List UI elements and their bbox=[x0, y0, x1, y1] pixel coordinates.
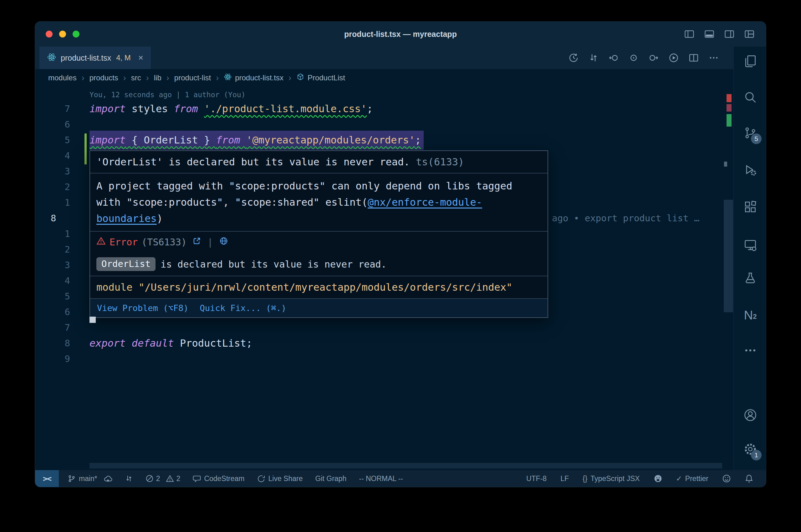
search-icon[interactable] bbox=[743, 90, 757, 104]
code-token bbox=[240, 134, 246, 146]
breadcrumb-products[interactable]: products bbox=[90, 73, 118, 82]
open-changes-icon[interactable] bbox=[628, 53, 639, 63]
breadcrumb-symbol[interactable]: ProductList bbox=[296, 73, 345, 83]
run-icon[interactable] bbox=[668, 53, 679, 63]
toggle-secondary-sidebar-icon[interactable] bbox=[724, 29, 735, 39]
prettier-item[interactable]: ✓ Prettier bbox=[676, 474, 708, 483]
toggle-panel-icon[interactable] bbox=[704, 29, 715, 39]
account-icon[interactable] bbox=[743, 408, 757, 422]
notifications-bell-icon[interactable] bbox=[745, 474, 753, 483]
code-line[interactable]: 9 bbox=[35, 351, 733, 367]
overview-ruler[interactable] bbox=[723, 87, 733, 470]
line-number-gutter[interactable]: 5 bbox=[35, 288, 90, 304]
breadcrumb-file[interactable]: product-list.tsx bbox=[224, 73, 284, 83]
live-share-item[interactable]: Live Share bbox=[257, 474, 303, 483]
warning-count: 2 bbox=[177, 474, 181, 483]
previous-change-icon[interactable] bbox=[608, 53, 619, 63]
line-number-gutter[interactable]: 1 bbox=[35, 226, 90, 242]
breadcrumb-product-list-folder[interactable]: product-list bbox=[174, 73, 211, 82]
line-number-gutter[interactable]: 2 bbox=[35, 242, 90, 257]
line-number-gutter[interactable]: 6 bbox=[35, 117, 90, 132]
remote-explorer-icon[interactable] bbox=[743, 238, 757, 252]
line-number-gutter[interactable]: 8 bbox=[35, 336, 90, 351]
hover-resize-corner[interactable] bbox=[90, 317, 96, 323]
ruler-error-mark bbox=[727, 104, 731, 112]
globe-icon[interactable] bbox=[219, 236, 228, 248]
line-number-gutter[interactable]: 7 bbox=[35, 101, 90, 117]
view-problem-button[interactable]: View Problem (⌥F8) bbox=[97, 303, 189, 313]
line-content bbox=[90, 351, 733, 367]
line-number-gutter[interactable]: 2 bbox=[35, 179, 90, 195]
line-number-gutter[interactable]: 3 bbox=[35, 164, 90, 179]
react-file-icon bbox=[47, 53, 56, 63]
explorer-icon[interactable] bbox=[743, 54, 757, 68]
line-number-gutter[interactable]: 9 bbox=[35, 351, 90, 367]
next-change-icon[interactable] bbox=[648, 53, 659, 63]
vim-mode-indicator[interactable]: -- NORMAL -- bbox=[359, 474, 403, 483]
relative-line-number: 6 bbox=[65, 304, 70, 320]
check-icon: ✓ bbox=[676, 474, 682, 483]
extensions-icon[interactable] bbox=[743, 200, 757, 214]
code-token: from bbox=[216, 134, 240, 146]
code-line[interactable]: 8export default ProductList; bbox=[35, 336, 733, 351]
eol-item[interactable]: LF bbox=[560, 474, 569, 483]
more-actions-icon[interactable] bbox=[708, 53, 719, 63]
chevron-right-icon: › bbox=[166, 73, 170, 83]
git-graph-item[interactable]: Git Graph bbox=[315, 474, 347, 483]
tab-product-list[interactable]: product-list.tsx 4, M × bbox=[39, 46, 151, 69]
errors-icon bbox=[145, 474, 153, 482]
code-token: from bbox=[174, 103, 198, 115]
breadcrumb-src[interactable]: src bbox=[131, 73, 141, 82]
compare-changes-icon[interactable] bbox=[588, 53, 599, 63]
line-number-gutter[interactable]: 3 bbox=[35, 257, 90, 273]
toggle-primary-sidebar-icon[interactable] bbox=[684, 29, 695, 39]
codestream-item[interactable]: CodeStream bbox=[193, 474, 244, 483]
line-number-gutter[interactable]: 1 bbox=[35, 195, 90, 210]
history-icon[interactable] bbox=[568, 53, 579, 63]
chevron-right-icon: › bbox=[81, 73, 85, 83]
horizontal-scrollbar-thumb[interactable] bbox=[90, 463, 722, 469]
zoom-window-button[interactable] bbox=[73, 31, 79, 38]
tab-label: product-list.tsx bbox=[61, 54, 111, 62]
close-window-button[interactable] bbox=[46, 31, 53, 38]
line-number-gutter[interactable]: 4 bbox=[35, 148, 90, 164]
line-number-gutter[interactable]: 4 bbox=[35, 273, 90, 288]
customize-layout-icon[interactable] bbox=[744, 29, 755, 39]
code-line[interactable]: 7 bbox=[35, 320, 733, 336]
vertical-scrollbar-thumb[interactable] bbox=[724, 200, 733, 312]
nx-console-icon[interactable]: N2 bbox=[743, 308, 757, 322]
feedback-item[interactable] bbox=[722, 474, 731, 483]
compare-sync-item[interactable] bbox=[125, 474, 133, 482]
run-and-debug-icon[interactable] bbox=[743, 163, 757, 177]
problems-item[interactable]: 2 2 bbox=[145, 474, 181, 483]
external-link-icon[interactable] bbox=[193, 236, 201, 248]
minimize-window-button[interactable] bbox=[59, 31, 66, 38]
github-item[interactable] bbox=[654, 474, 662, 483]
breadcrumb-lib[interactable]: lib bbox=[154, 73, 161, 82]
encoding-item[interactable]: UTF-8 bbox=[526, 474, 547, 483]
breadcrumb-modules[interactable]: modules bbox=[48, 73, 77, 82]
compare-icon bbox=[125, 474, 133, 482]
line-number-gutter[interactable]: 8 bbox=[35, 210, 90, 226]
language-mode-item[interactable]: {} TypeScript JSX bbox=[583, 474, 640, 483]
code-line[interactable]: 6 bbox=[35, 117, 733, 132]
git-branch-item[interactable]: main* bbox=[68, 474, 112, 483]
close-tab-icon[interactable]: × bbox=[138, 54, 143, 62]
line-number-gutter[interactable]: 7 bbox=[35, 320, 90, 336]
quick-fix-button[interactable]: Quick Fix... (⌘.) bbox=[200, 303, 286, 313]
line-number-gutter[interactable]: 5 bbox=[35, 132, 90, 148]
testing-beaker-icon[interactable] bbox=[743, 271, 757, 285]
hover-ts-diagnostic: 'OrderList' is declared but its value is… bbox=[90, 151, 548, 173]
error-label: Error bbox=[110, 236, 138, 248]
split-editor-icon[interactable] bbox=[688, 53, 699, 63]
more-views-icon[interactable] bbox=[743, 343, 757, 357]
remote-indicator[interactable]: >< bbox=[35, 470, 59, 487]
git-blame-codelens[interactable]: You, 12 seconds ago | 1 author (You) bbox=[35, 89, 733, 101]
code-line[interactable]: 5import { OrderList } from '@myreactapp/… bbox=[35, 132, 733, 148]
activity-bar: 5 N2 1 bbox=[733, 46, 766, 470]
code-line[interactable]: 7import styles from './product-list.modu… bbox=[35, 101, 733, 117]
chevron-right-icon: › bbox=[288, 73, 292, 83]
selected-statement: import { OrderList } from '@myreactapp/m… bbox=[90, 131, 424, 150]
editor[interactable]: You, 12 seconds ago | 1 author (You) 7im… bbox=[35, 87, 733, 470]
line-number-gutter[interactable]: 6 bbox=[35, 304, 90, 320]
